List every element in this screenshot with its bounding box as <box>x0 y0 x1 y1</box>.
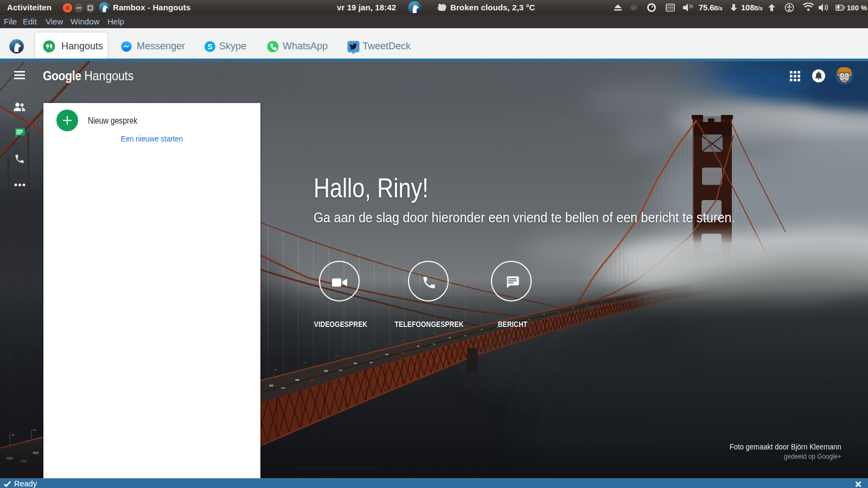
svg-text:)s: )s <box>689 3 693 9</box>
svg-text:S: S <box>207 42 212 51</box>
svg-text:75.6B/s: 75.6B/s <box>699 3 723 12</box>
svg-text:108B/s: 108B/s <box>741 3 763 12</box>
